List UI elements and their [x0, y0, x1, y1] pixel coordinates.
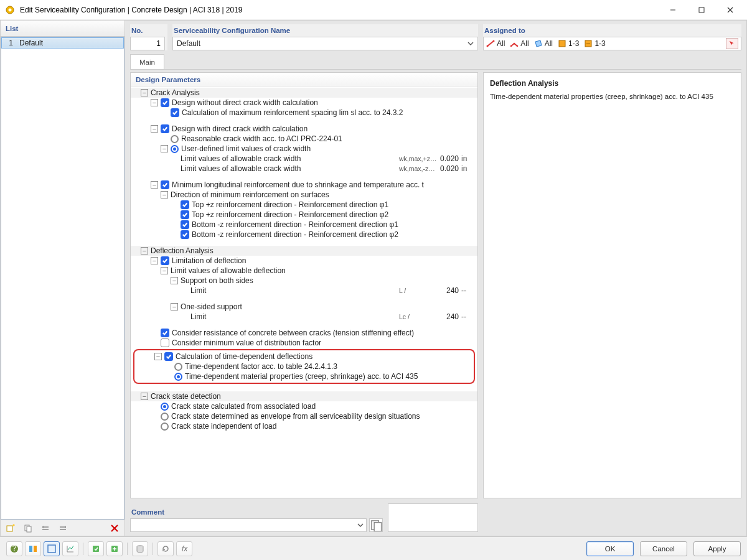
checkbox-checked-icon[interactable] — [181, 220, 189, 229]
val-crack-1[interactable]: 0.020 — [436, 154, 461, 163]
reset-icon[interactable] — [157, 541, 174, 556]
tab-main[interactable]: Main — [130, 54, 164, 69]
tree-toggle[interactable] — [171, 277, 178, 284]
tree-toggle[interactable] — [151, 257, 158, 264]
assigned-chip-surfaces[interactable]: All — [534, 39, 553, 48]
checkbox-checked-icon[interactable] — [171, 108, 179, 117]
opt-td-factor-table: Time-dependent factor acc. to table 24.2… — [185, 362, 470, 371]
collapse-icon[interactable] — [38, 521, 53, 535]
function-icon[interactable]: fx — [176, 541, 192, 556]
apply-button[interactable]: Apply — [693, 541, 741, 556]
list-body[interactable]: 1 Default — [1, 37, 125, 520]
database-icon[interactable] — [132, 541, 148, 556]
comment-select[interactable] — [130, 518, 367, 532]
tree-toggle[interactable] — [151, 99, 158, 106]
opt-min-long-reinf: Minimum longitudinal reinforcement due t… — [172, 180, 474, 189]
svg-point-1 — [9, 8, 12, 11]
tree-toggle[interactable] — [161, 191, 168, 198]
expand-icon[interactable] — [55, 521, 70, 535]
checkbox-checked-icon[interactable] — [161, 98, 169, 107]
radio-unselected-icon[interactable] — [161, 422, 169, 431]
radio-unselected-icon[interactable] — [174, 363, 182, 371]
radio-unselected-icon[interactable] — [171, 135, 179, 143]
checkbox-unchecked-icon[interactable] — [161, 338, 169, 347]
assigned-chip-members[interactable]: All — [486, 39, 505, 48]
checkbox-checked-icon[interactable] — [181, 230, 189, 239]
svg-rect-17 — [559, 40, 565, 47]
radio-unselected-icon[interactable] — [161, 413, 169, 421]
close-button[interactable] — [716, 0, 745, 20]
radio-selected-icon[interactable] — [161, 403, 169, 411]
delete-icon[interactable] — [107, 521, 122, 535]
import-icon[interactable] — [106, 541, 123, 556]
list-item-num: 1 — [2, 39, 17, 47]
checkbox-checked-icon[interactable] — [161, 256, 169, 265]
opt-reasonable-crack: Reasonable crack width acc. to ACI PRC-2… — [181, 134, 474, 143]
comment-edit-icon[interactable] — [369, 518, 383, 532]
assigned-pick-icon[interactable] — [726, 38, 738, 49]
opt-csd-envelope: Crack state determined as envelope from … — [171, 412, 474, 421]
list-item[interactable]: 1 Default — [1, 37, 124, 49]
val-limit-2[interactable]: 240 — [436, 312, 461, 321]
new-icon[interactable] — [3, 521, 18, 535]
svg-point-13 — [493, 40, 495, 42]
tree-toggle[interactable] — [154, 353, 162, 360]
checkbox-checked-icon[interactable] — [164, 352, 173, 361]
tab-strip: Main — [125, 50, 746, 69]
checkbox-checked-icon[interactable] — [181, 200, 189, 209]
export-icon[interactable] — [88, 541, 104, 556]
svg-point-12 — [487, 45, 489, 47]
help-panel: Deflection Analysis Time-dependent mater… — [483, 72, 741, 498]
tree-toggle[interactable] — [141, 393, 148, 400]
units-icon[interactable] — [25, 541, 41, 556]
tree-toggle[interactable] — [161, 267, 168, 274]
checkbox-checked-icon[interactable] — [181, 210, 189, 219]
name-label: Serviceability Configuration Name — [172, 24, 478, 37]
opt-max-reinf-spacing: Calculation of maximum reinforcement spa… — [182, 108, 474, 117]
calc-icon[interactable]: ? — [6, 541, 22, 556]
assigned-label: Assigned to — [483, 24, 741, 37]
opt-csd-associated: Crack state calculated from associated l… — [171, 402, 474, 411]
assigned-chip-range2[interactable]: 1-3 — [584, 39, 605, 48]
list-header: List — [1, 21, 125, 37]
cancel-button[interactable]: Cancel — [640, 541, 687, 556]
section-crack-analysis: Crack Analysis — [151, 88, 474, 97]
checkbox-checked-icon[interactable] — [161, 329, 169, 337]
svg-text:?: ? — [12, 544, 17, 553]
checkbox-checked-icon[interactable] — [161, 124, 169, 133]
params-tree[interactable]: Crack Analysis Design without direct cra… — [131, 86, 477, 498]
name-select[interactable]: Default — [172, 37, 478, 50]
val-crack-2[interactable]: 0.020 — [436, 164, 461, 173]
view-icon[interactable] — [44, 541, 60, 556]
tree-toggle[interactable] — [171, 303, 178, 310]
params-panel: Design Parameters Crack Analysis Design … — [130, 72, 478, 498]
opt-top-z-phi1: Top +z reinforcement direction - Reinfor… — [192, 200, 474, 209]
ok-button[interactable]: OK — [586, 541, 634, 556]
radio-selected-icon[interactable] — [174, 373, 182, 381]
tree-toggle[interactable] — [141, 247, 148, 254]
list-panel: List 1 Default — [1, 21, 125, 536]
window-title: Edit Serviceability Configuration | Conc… — [20, 6, 659, 14]
opt-tension-stiffening: Consider resistance of concrete between … — [172, 329, 474, 337]
assigned-chip-range1[interactable]: 1-3 — [558, 39, 579, 48]
comment-label: Comment — [130, 506, 383, 518]
copy-icon[interactable] — [21, 521, 35, 535]
tree-toggle[interactable] — [151, 125, 158, 133]
opt-top-z-phi2: Top +z reinforcement direction - Reinfor… — [192, 210, 474, 219]
maximize-button[interactable] — [687, 0, 716, 20]
opt-dir-min-reinf: Direction of minimum reinforcement on su… — [171, 190, 474, 199]
no-input[interactable] — [130, 37, 165, 50]
footer-bar: ? fx OK Cancel Apply — [0, 536, 747, 560]
graph-icon[interactable] — [62, 541, 78, 556]
opt-limit-values-defl: Limit values of allowable deflection — [171, 266, 474, 275]
val-limit-1[interactable]: 240 — [436, 286, 461, 295]
tree-toggle[interactable] — [151, 181, 158, 189]
checkbox-checked-icon[interactable] — [161, 180, 169, 189]
assigned-chip-membersets[interactable]: All — [510, 39, 529, 48]
svg-text:fx: fx — [182, 544, 188, 553]
radio-selected-icon[interactable] — [171, 145, 179, 153]
assigned-box: Assigned to All All All 1-3 1-3 — [483, 24, 741, 50]
tree-toggle[interactable] — [161, 145, 168, 152]
minimize-button[interactable] — [659, 0, 687, 20]
tree-toggle[interactable] — [141, 89, 148, 96]
